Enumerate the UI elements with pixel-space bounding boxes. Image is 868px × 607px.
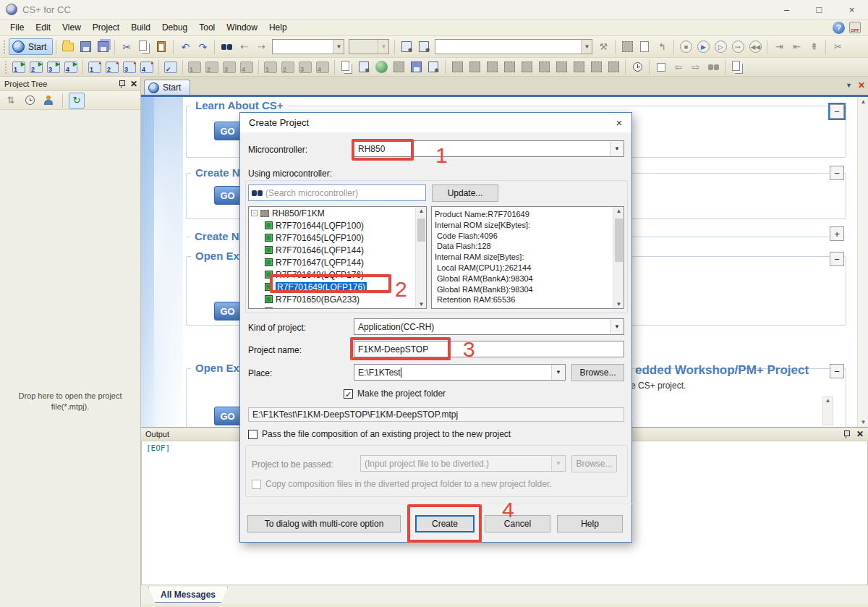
search-microcontroller-box[interactable]: (Search microcontroller) [248, 184, 426, 201]
window-2-icon[interactable]: ⇦ [670, 59, 687, 75]
restart-icon[interactable]: ↦ [729, 38, 746, 56]
copy-settings-icon[interactable] [338, 59, 355, 75]
debug-project-2-icon[interactable]: 2• [103, 59, 121, 75]
shop-off-icon[interactable]: OFF [849, 22, 861, 33]
debug-project-4-icon[interactable]: 4• [138, 59, 156, 75]
start-page-button[interactable]: Start [9, 38, 53, 55]
collapse-node-icon[interactable]: − [251, 210, 258, 216]
maximize-button[interactable]: □ [803, 0, 835, 19]
tool-f-icon[interactable] [535, 59, 553, 75]
tool-d-icon[interactable] [501, 59, 518, 75]
detach-icon[interactable]: ✂ [829, 38, 846, 56]
tab-start[interactable]: Start [144, 80, 190, 95]
tree-root-row[interactable]: − RH850/F1KM [249, 207, 426, 219]
checkbox-unchecked-icon[interactable] [248, 430, 258, 439]
tree-item[interactable]: R7F701646(LQFP144) [249, 244, 426, 256]
tool-e-icon[interactable] [518, 59, 535, 75]
rebuild-download-icon[interactable] [636, 38, 653, 56]
go-ignore-break-icon[interactable]: ▷ [712, 38, 729, 56]
run-project-4-icon[interactable]: 4▶ [62, 59, 80, 75]
multicore-dialog-button[interactable]: To dialog with multi-core option [247, 515, 401, 532]
browse-place-button[interactable]: Browse... [571, 364, 624, 381]
copy-icon[interactable] [135, 38, 153, 56]
tab-list-dropdown-icon[interactable]: ▼ [846, 82, 852, 89]
build-tool-icon[interactable]: ⚒ [595, 38, 612, 56]
search-combobox[interactable]: ▼ [272, 39, 344, 54]
core-2-icon[interactable]: 2 [279, 59, 297, 75]
tool-c-icon[interactable] [483, 59, 501, 75]
run-project-2-icon[interactable]: 2▶ [27, 59, 45, 75]
timestamp-icon[interactable] [22, 93, 38, 109]
core-4-icon[interactable]: 4 [314, 59, 331, 75]
pass-composition-checkbox[interactable]: Pass the file composition of an existing… [248, 429, 511, 439]
tool-h-icon[interactable] [570, 59, 587, 75]
core-3-icon[interactable]: 3 [297, 59, 314, 75]
page-scrollbar[interactable]: ▲▼ [857, 97, 868, 427]
checkbox-checked-icon[interactable]: ✓ [344, 389, 353, 399]
collapse-open-button[interactable]: − [830, 252, 844, 266]
cut-icon[interactable]: ✂ [118, 38, 135, 56]
project-tree-body[interactable]: Drop here to open the project file(*.mtp… [0, 110, 140, 607]
feedback-icon[interactable] [390, 59, 407, 75]
tool-g-icon[interactable] [553, 59, 570, 75]
close-button[interactable]: × [835, 0, 868, 19]
org-chart-icon[interactable] [407, 59, 425, 75]
tree-item[interactable]: R7F701647(LQFP144) [249, 256, 426, 268]
go-icon[interactable]: ▶ [694, 38, 712, 56]
window-1-icon[interactable] [652, 59, 670, 75]
go-button-open[interactable]: GO [214, 302, 241, 321]
mcu-1-icon[interactable]: 1 [186, 59, 203, 75]
menu-help[interactable]: Help [263, 20, 293, 35]
paste-icon[interactable] [153, 38, 170, 56]
tool-a-icon[interactable] [448, 59, 466, 75]
tree-item[interactable]: R7F701644(LQFP100) [249, 219, 426, 232]
menu-view[interactable]: View [56, 20, 87, 35]
mcu-2-icon[interactable]: 2 [203, 59, 221, 75]
collapse-create-button[interactable]: − [830, 166, 844, 180]
tool-i-icon[interactable] [587, 59, 605, 75]
step-in-icon[interactable]: ⇥ [770, 38, 788, 56]
chevron-down-icon[interactable]: ▼ [551, 365, 565, 380]
go-button-create[interactable]: GO [214, 186, 241, 205]
tool-j-icon[interactable] [605, 59, 622, 75]
find-next-icon[interactable]: ⇢ [252, 38, 270, 56]
menu-window[interactable]: Window [221, 20, 263, 35]
core-1-icon[interactable]: 1 [262, 59, 279, 75]
tab-all-messages[interactable]: All Messages [148, 587, 228, 603]
step-out-icon[interactable]: ⇞ [805, 38, 822, 56]
kind-of-project-combobox[interactable]: Application(CC-RH) ▼ [354, 318, 624, 335]
tree-scrollbar[interactable]: ▲▼ [415, 207, 426, 308]
tab-close-icon[interactable]: ✕ [858, 81, 865, 90]
build-project-icon[interactable] [415, 38, 433, 56]
go-button-learn[interactable]: GO [214, 122, 241, 140]
task-list-icon[interactable]: ✓ [162, 59, 179, 75]
save-all-icon[interactable] [94, 38, 111, 56]
save-project-icon[interactable] [77, 38, 94, 56]
inner-scrollbar[interactable]: ▲ [822, 396, 833, 425]
help-button[interactable]: Help [557, 515, 623, 532]
tool-b-icon[interactable] [466, 59, 483, 75]
disconnect-icon[interactable]: ↰ [653, 38, 671, 56]
build-mode-combobox[interactable]: ▼ [435, 39, 592, 54]
place-combobox[interactable]: E:\F1KTest ▼ [354, 364, 566, 381]
pin-icon[interactable] [843, 430, 849, 438]
user-filter-icon[interactable] [41, 93, 56, 109]
web-icon[interactable] [373, 59, 390, 75]
debug-project-1-icon[interactable]: 1• [86, 59, 103, 75]
stop-icon[interactable]: ■ [677, 38, 694, 56]
menu-tool[interactable]: Tool [193, 20, 221, 35]
stopwatch-icon[interactable] [629, 59, 646, 75]
expand-multicore-button[interactable]: + [830, 226, 844, 241]
sort-icon[interactable]: ⇅ [3, 93, 19, 109]
pin-icon[interactable] [119, 80, 124, 88]
menu-debug[interactable]: Debug [156, 20, 193, 35]
find-previous-icon[interactable]: ⇠ [235, 38, 252, 56]
update-button[interactable]: Update... [432, 184, 498, 202]
download-icon[interactable] [618, 38, 636, 56]
make-project-folder-checkbox[interactable]: ✓ Make the project folder [344, 389, 446, 399]
menu-build[interactable]: Build [125, 20, 156, 35]
debug-project-3-icon[interactable]: 3• [121, 59, 138, 75]
minimize-button[interactable]: – [770, 0, 803, 19]
chevron-down-icon[interactable]: ▼ [610, 141, 624, 156]
menu-file[interactable]: File [4, 20, 30, 35]
